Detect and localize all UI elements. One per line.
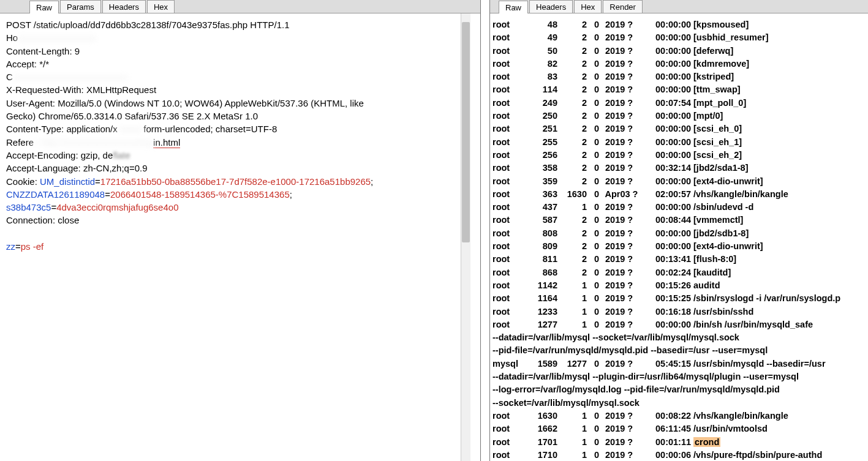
process-row-wrap: --datadir=/var/lib/mysql --plugin-dir=/u…: [492, 370, 866, 383]
accept-encoding-header: Accept-Encoding: gzip, deflate: [6, 149, 462, 162]
host-header: Hoxxxxxxxxxxxxxxxxx: [6, 31, 462, 44]
process-row: root25520 2019 ?00:00:00 [scsi_eh_1]: [492, 136, 866, 149]
tab-headers-right[interactable]: Headers: [529, 0, 573, 13]
process-row: root4920 2019 ?00:00:00 [usbhid_resumer]: [492, 31, 866, 44]
process-row: root36316300 Apr03 ?02:00:57 /vhs/kangle…: [492, 188, 866, 201]
left-tabs: Raw Params Headers Hex: [0, 0, 480, 13]
request-line: POST /static/upload/dd7dd6bb3c28138f/704…: [6, 18, 462, 31]
process-row: root81120 2019 ?00:13:41 [flush-8:0]: [492, 253, 866, 266]
process-row: root5020 2019 ?00:00:00 [deferwq]: [492, 45, 866, 58]
content-length-header: Content-Length: 9: [6, 45, 462, 58]
process-row: root8220 2019 ?00:00:00 [kdmremove]: [492, 58, 866, 70]
response-panel: Raw Headers Hex Render root4820 2019 ?00…: [489, 0, 868, 461]
cookie-header-line3: s38b473c5=4dva3ecci0rqmshjafug6se4o0: [6, 201, 462, 214]
process-row: root58720 2019 ?00:08:44 [vmmemctl]: [492, 214, 866, 227]
process-row: root25120 2019 ?00:00:00 [scsi_eh_0]: [492, 122, 866, 135]
request-raw-content[interactable]: POST /static/upload/dd7dd6bb3c28138f/704…: [0, 13, 480, 461]
tab-raw-right[interactable]: Raw: [499, 1, 528, 13]
process-row: root25020 2019 ?00:00:00 [mpt/0]: [492, 110, 866, 122]
process-row: root80820 2019 ?00:00:00 [jbd2/sdb1-8]: [492, 227, 866, 240]
right-tabs: Raw Headers Hex Render: [490, 0, 868, 13]
tab-params[interactable]: Params: [60, 0, 101, 13]
tab-hex-left[interactable]: Hex: [147, 0, 175, 13]
process-row-wrap: --log-error=/var/log/mysqld.log --pid-fi…: [492, 383, 866, 396]
cookie-header-line1: Cookie: UM_distinctid=17216a51bb50-0ba88…: [6, 175, 462, 188]
process-row: root86820 2019 ?00:02:24 [kauditd]: [492, 266, 866, 279]
process-row: mysql158912770 2019 ?05:45:15 /usr/sbin/…: [492, 358, 866, 370]
redacted-header: Cxxxxxxxxxxxxxxxxxxxxxxxxx: [6, 70, 462, 83]
user-agent-header: User-Agent: Mozilla/5.0 (Windows NT 10.0…: [6, 97, 462, 110]
process-row: root114210 2019 ?00:15:26 auditd: [492, 279, 866, 292]
process-row: root35920 2019 ?00:00:00 [ext4-dio-unwri…: [492, 175, 866, 188]
process-row: root80920 2019 ?00:00:00 [ext4-dio-unwri…: [492, 240, 866, 253]
cookie-header-line2: CNZZDATA1261189048=2066401548-1589514365…: [6, 188, 462, 201]
user-agent-header-cont: Gecko) Chrome/65.0.3314.0 Safari/537.36 …: [6, 110, 462, 122]
process-row: root8320 2019 ?00:00:00 [kstriped]: [492, 70, 866, 83]
referer-header: Referer: http://xxxxxxxxxxxxxxxx/login.h…: [6, 136, 462, 149]
request-panel: Raw Params Headers Hex POST /static/uplo…: [0, 0, 481, 461]
process-row: root170110 2019 ?00:01:11 crond: [492, 436, 866, 449]
process-row-wrap: --datadir=/var/lib/mysql --socket=/var/l…: [492, 331, 866, 344]
process-row-wrap: --pid-file=/var/run/mysqld/mysqld.pid --…: [492, 344, 866, 357]
accept-header: Accept: */*: [6, 58, 462, 70]
process-row: root163010 2019 ?00:08:22 /vhs/kangle/bi…: [492, 410, 866, 422]
process-row: root25620 2019 ?00:00:00 [scsi_eh_2]: [492, 149, 866, 162]
x-requested-with-header: X-Requested-With: XMLHttpRequest: [6, 83, 462, 96]
process-row-wrap: --socket=/var/lib/mysql/mysql.sock: [492, 397, 866, 410]
process-row: root123310 2019 ?00:16:18 /usr/sbin/sshd: [492, 305, 866, 318]
accept-language-header: Accept-Language: zh-CN,zh;q=0.9: [6, 162, 462, 174]
tab-headers-left[interactable]: Headers: [102, 0, 146, 13]
process-row: root35820 2019 ?00:32:14 [jbd2/sda1-8]: [492, 162, 866, 174]
response-raw-content[interactable]: root4820 2019 ?00:00:00 [kpsmoused]root4…: [490, 13, 868, 461]
process-row: root171010 2019 ?00:00:06 /vhs/pure-ftpd…: [492, 449, 866, 461]
process-row: root116410 2019 ?00:15:25 /sbin/rsyslogd…: [492, 292, 866, 305]
process-row: root24920 2019 ?00:07:54 [mpt_poll_0]: [492, 97, 866, 110]
connection-header: Connection: close: [6, 214, 462, 227]
process-row: root127710 2019 ?00:00:00 /bin/sh /usr/b…: [492, 318, 866, 331]
process-row: root166210 2019 ?06:11:45 /usr/bin/vmtoo…: [492, 422, 866, 435]
content-type-header: Content-Type: application/x-www-form-url…: [6, 122, 462, 135]
tab-hex-right[interactable]: Hex: [574, 0, 602, 13]
process-row: root43710 2019 ?00:00:00 /sbin/udevd -d: [492, 201, 866, 214]
process-row: root4820 2019 ?00:00:00 [kpsmoused]: [492, 18, 866, 31]
tab-render[interactable]: Render: [603, 0, 643, 13]
request-body: zz=ps -ef: [6, 240, 462, 253]
process-row: root11420 2019 ?00:00:00 [ttm_swap]: [492, 83, 866, 96]
tab-raw-left[interactable]: Raw: [29, 1, 59, 13]
